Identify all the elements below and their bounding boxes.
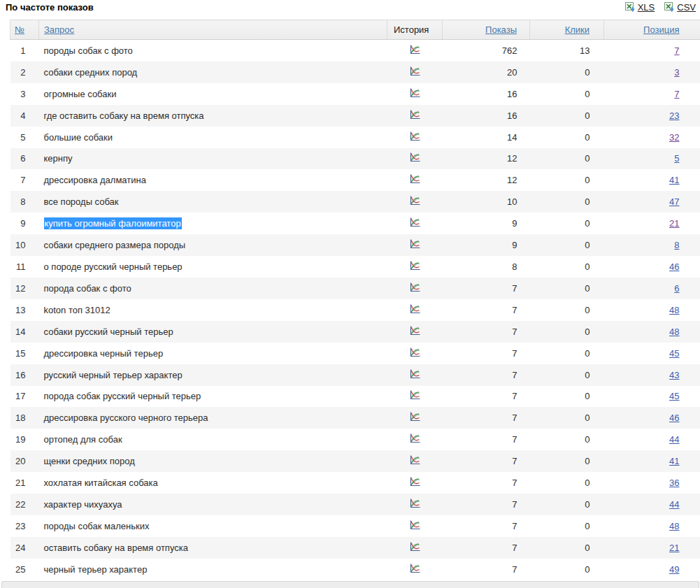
- row-number: 24: [10, 537, 39, 559]
- position-link[interactable]: 47: [669, 196, 679, 207]
- position-link[interactable]: 5: [674, 153, 679, 164]
- sort-by-number-link[interactable]: №: [15, 24, 24, 35]
- position-link[interactable]: 7: [674, 89, 679, 99]
- position-link[interactable]: 48: [669, 305, 679, 315]
- clicks-value: 0: [530, 213, 604, 234]
- position-link[interactable]: 8: [674, 240, 679, 250]
- query-text: koton топ 31012: [44, 305, 110, 315]
- history-chart-icon[interactable]: [409, 433, 420, 443]
- position-link[interactable]: 7: [674, 45, 679, 56]
- impressions-value: 9: [443, 234, 530, 256]
- history-chart-icon[interactable]: [409, 564, 420, 573]
- clicks-value: 0: [530, 62, 604, 83]
- export-xls-link[interactable]: XLS: [625, 1, 655, 13]
- sort-by-query-link[interactable]: Запрос: [44, 24, 74, 35]
- export-csv-link[interactable]: CSV: [664, 1, 696, 13]
- position-link[interactable]: 32: [669, 132, 679, 143]
- position-link[interactable]: 44: [669, 499, 679, 510]
- table-row: 9купить огромный фалоимитатор 9021: [10, 213, 700, 234]
- position-link[interactable]: 46: [669, 413, 679, 423]
- page-title: По частоте показов: [6, 2, 94, 13]
- history-chart-icon[interactable]: [409, 110, 420, 120]
- history-chart-icon[interactable]: [409, 174, 420, 184]
- history-chart-icon[interactable]: [409, 261, 420, 271]
- query-text: оставить собаку на время отпуска: [44, 543, 188, 553]
- history-chart-icon[interactable]: [409, 347, 420, 357]
- query-text-selected: купить огромный фалоимитатор: [44, 217, 182, 229]
- table-row: 14собаки русский черный терьер 7048: [10, 321, 700, 343]
- clicks-value: 0: [530, 127, 604, 148]
- position-link[interactable]: 41: [669, 456, 679, 466]
- position-link[interactable]: 45: [669, 391, 679, 401]
- history-chart-icon[interactable]: [409, 152, 420, 162]
- position-link[interactable]: 49: [669, 564, 679, 575]
- history-chart-icon[interactable]: [409, 390, 420, 400]
- position-link[interactable]: 21: [669, 218, 679, 229]
- history-chart-icon[interactable]: [409, 304, 420, 314]
- row-number: 4: [10, 105, 39, 127]
- query-text: дрессировка черный терьер: [44, 348, 164, 359]
- table-row: 23породы собак маленьких 7048: [10, 515, 700, 537]
- history-chart-icon[interactable]: [409, 477, 420, 487]
- position-link[interactable]: 21: [669, 543, 679, 553]
- export-links: XLS CSV: [625, 1, 696, 13]
- position-link[interactable]: 48: [669, 521, 679, 531]
- impressions-value: 10: [443, 191, 530, 213]
- row-number: 6: [10, 148, 39, 170]
- clicks-value: 0: [530, 515, 604, 537]
- query-text: порода собак с фото: [44, 283, 131, 294]
- row-number: 9: [10, 213, 39, 234]
- position-link[interactable]: 6: [674, 283, 679, 294]
- position-link[interactable]: 36: [669, 478, 679, 488]
- impressions-value: 12: [443, 169, 530, 191]
- sort-by-clicks-link[interactable]: Клики: [565, 24, 590, 35]
- sort-by-impressions-link[interactable]: Показы: [485, 24, 517, 35]
- excel-file-icon: [625, 1, 636, 13]
- history-chart-icon[interactable]: [409, 369, 420, 379]
- history-chart-icon[interactable]: [409, 217, 420, 227]
- history-chart-icon[interactable]: [409, 66, 420, 76]
- position-link[interactable]: 44: [669, 434, 679, 445]
- history-chart-icon[interactable]: [409, 239, 420, 249]
- table-row: 8все породы собак 10047: [10, 191, 700, 213]
- query-text: дрессировка русского черного терьера: [44, 413, 208, 423]
- impressions-value: 7: [443, 386, 530, 408]
- table-row: 24оставить собаку на время отпуска 7021: [10, 537, 700, 559]
- history-chart-icon[interactable]: [409, 520, 420, 530]
- query-text: черный терьер характер: [44, 564, 148, 575]
- history-chart-icon[interactable]: [409, 455, 420, 465]
- history-chart-icon[interactable]: [409, 282, 420, 292]
- history-chart-icon[interactable]: [409, 45, 420, 55]
- history-chart-icon[interactable]: [409, 499, 420, 508]
- history-chart-icon[interactable]: [409, 412, 420, 422]
- sort-by-position-link[interactable]: Позиция: [643, 24, 679, 35]
- table-row: 13koton топ 31012 7048: [10, 299, 700, 321]
- history-chart-icon[interactable]: [409, 131, 420, 141]
- row-number: 14: [10, 321, 39, 343]
- history-chart-icon[interactable]: [409, 88, 420, 98]
- position-link[interactable]: 45: [669, 348, 679, 359]
- table-row: 19ортопед для собак 7044: [10, 429, 700, 450]
- query-text: дрессировка далматина: [44, 175, 146, 185]
- clicks-value: 0: [530, 450, 604, 472]
- position-link[interactable]: 43: [669, 370, 679, 380]
- history-chart-icon[interactable]: [409, 542, 420, 552]
- row-number: 19: [10, 429, 39, 450]
- export-xls-label: XLS: [638, 2, 655, 13]
- impressions-value: 8: [443, 256, 530, 278]
- impressions-value: 12: [443, 148, 530, 170]
- position-link[interactable]: 23: [669, 110, 679, 121]
- table-row: 6кернпу 1205: [10, 148, 700, 170]
- impressions-value: 7: [443, 537, 530, 559]
- table-row: 25черный терьер характер 7049: [10, 559, 700, 580]
- position-link[interactable]: 48: [669, 327, 679, 337]
- query-text: большие собаки: [44, 132, 113, 143]
- clicks-value: 0: [530, 83, 604, 105]
- position-link[interactable]: 41: [669, 175, 679, 185]
- history-chart-icon[interactable]: [409, 326, 420, 336]
- history-chart-icon[interactable]: [409, 196, 420, 206]
- position-link[interactable]: 3: [674, 67, 679, 78]
- impressions-value: 7: [443, 321, 530, 343]
- impressions-value: 7: [443, 515, 530, 537]
- position-link[interactable]: 46: [669, 261, 679, 272]
